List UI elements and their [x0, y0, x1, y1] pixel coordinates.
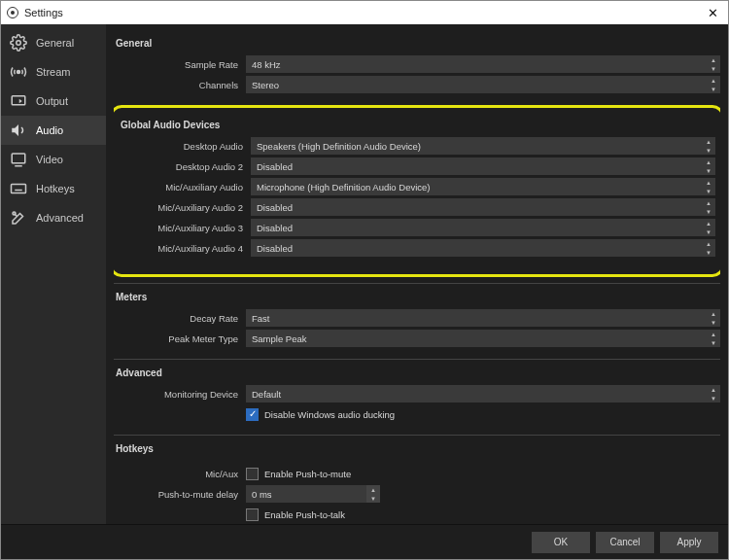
sidebar-item-audio[interactable]: Audio — [1, 116, 106, 145]
ducking-label: Disable Windows audio ducking — [264, 409, 395, 420]
chevron-up-icon: ▲ — [702, 239, 715, 248]
svg-point-1 — [17, 71, 20, 74]
decay-rate-select[interactable]: Fast▲▼ — [246, 309, 720, 327]
svg-point-0 — [17, 41, 21, 46]
chevron-up-icon: ▲ — [702, 137, 715, 146]
group-title: General — [114, 34, 720, 54]
chevron-down-icon: ▼ — [707, 338, 720, 347]
monitoring-device-label: Monitoring Device — [114, 389, 246, 400]
footer: OK Cancel Apply — [1, 524, 728, 559]
chevron-up-icon: ▲ — [707, 330, 720, 338]
micaux-ptm-label: Enable Push-to-mute — [264, 469, 351, 479]
micaux-ptm-delay-input[interactable]: 0 ms ▲▼ — [246, 485, 380, 503]
titlebar: Settings ✕ — [1, 1, 728, 24]
chevron-up-icon: ▲ — [702, 158, 715, 166]
svg-rect-2 — [12, 96, 25, 105]
channels-select[interactable]: Stereo ▲▼ — [246, 76, 720, 93]
mic-aux-audio-3-select[interactable]: Disabled▲▼ — [251, 219, 715, 236]
sidebar-item-general[interactable]: General — [1, 28, 106, 57]
audio-icon — [9, 122, 28, 139]
chevron-down-icon: ▼ — [702, 207, 715, 216]
chevron-up-icon: ▲ — [707, 55, 720, 64]
sidebar-item-label: General — [36, 37, 74, 49]
svg-rect-5 — [12, 185, 26, 193]
group-global-audio-devices: Global Audio Devices Desktop AudioSpeake… — [119, 112, 715, 264]
sidebar-item-video[interactable]: Video — [1, 145, 106, 174]
chevron-up-icon: ▲ — [707, 76, 720, 85]
micaux-ptt-checkbox[interactable] — [246, 508, 259, 521]
desktop-audio-label: Desktop Audio — [119, 141, 251, 152]
monitoring-device-select[interactable]: Default▲▼ — [246, 385, 720, 402]
micaux-ptm-delay-label: Push-to-mute delay — [114, 489, 246, 500]
highlighted-region: Global Audio Devices Desktop AudioSpeake… — [114, 105, 720, 277]
cancel-button[interactable]: Cancel — [596, 532, 654, 553]
group-advanced: Advanced Monitoring DeviceDefault▲▼ Disa… — [114, 359, 720, 431]
mic-aux-audio-select[interactable]: Microphone (High Definition Audio Device… — [251, 178, 715, 195]
chevron-down-icon: ▼ — [707, 64, 720, 73]
chevron-down-icon: ▼ — [707, 318, 720, 327]
apply-button[interactable]: Apply — [660, 532, 718, 553]
main-panel: General Sample Rate 48 kHz ▲▼ Channels S… — [106, 24, 728, 524]
chevron-down-icon: ▼ — [702, 187, 715, 195]
sidebar-item-label: Audio — [36, 124, 63, 136]
mic-aux-audio-label: Mic/Auxiliary Audio — [119, 182, 251, 192]
mic-aux-audio-3-label: Mic/Auxiliary Audio 3 — [119, 223, 251, 233]
chevron-down-icon: ▼ — [702, 248, 715, 257]
group-hotkeys: Hotkeys Mic/Aux Enable Push-to-mute Push… — [114, 435, 720, 524]
svg-rect-3 — [12, 154, 25, 163]
chevron-down-icon: ▼ — [702, 166, 715, 175]
chevron-up-icon: ▲ — [702, 198, 715, 207]
chevron-up-icon: ▲ — [702, 219, 715, 228]
micaux-ptm-checkbox[interactable] — [246, 468, 259, 480]
sidebar-item-label: Video — [36, 154, 63, 165]
sidebar-item-advanced[interactable]: Advanced — [1, 203, 106, 232]
ducking-checkbox[interactable] — [246, 408, 259, 421]
chevron-up-icon[interactable]: ▲ — [366, 485, 380, 494]
sample-rate-label: Sample Rate — [114, 59, 246, 70]
close-icon[interactable]: ✕ — [704, 6, 722, 20]
group-title: Meters — [114, 288, 720, 308]
sidebar-item-stream[interactable]: Stream — [1, 57, 106, 87]
mic-aux-audio-4-select[interactable]: Disabled▲▼ — [251, 239, 715, 257]
output-icon — [9, 92, 28, 110]
micaux-section-label: Mic/Aux — [114, 469, 246, 479]
chevron-down-icon: ▼ — [702, 146, 715, 155]
sample-rate-select[interactable]: 48 kHz ▲▼ — [246, 55, 720, 73]
group-title: Hotkeys — [114, 439, 720, 460]
desktop-audio-2-select[interactable]: Disabled▲▼ — [251, 158, 715, 175]
tools-icon — [9, 209, 28, 227]
keyboard-icon — [9, 180, 28, 197]
sidebar-item-label: Stream — [36, 66, 70, 78]
desktop-audio-select[interactable]: Speakers (High Definition Audio Device)▲… — [251, 137, 715, 155]
sidebar-item-output[interactable]: Output — [1, 87, 106, 116]
group-meters: Meters Decay RateFast▲▼ Peak Meter TypeS… — [114, 283, 720, 355]
desktop-audio-2-label: Desktop Audio 2 — [119, 161, 251, 172]
window-title: Settings — [24, 7, 63, 18]
channels-label: Channels — [114, 80, 246, 90]
ok-button[interactable]: OK — [532, 532, 590, 553]
chevron-down-icon: ▼ — [707, 394, 720, 402]
group-general: General Sample Rate 48 kHz ▲▼ Channels S… — [114, 30, 720, 101]
sidebar-item-label: Advanced — [36, 212, 84, 224]
broadcast-icon — [9, 63, 28, 81]
chevron-down-icon: ▼ — [707, 85, 720, 93]
sidebar-item-hotkeys[interactable]: Hotkeys — [1, 174, 106, 203]
mic-aux-audio-4-label: Mic/Auxiliary Audio 4 — [119, 243, 251, 254]
monitor-icon — [9, 151, 28, 168]
sidebar: General Stream Output Audio — [1, 24, 106, 524]
sidebar-item-label: Output — [36, 95, 68, 107]
gear-icon — [9, 34, 28, 52]
app-icon — [7, 7, 18, 18]
mic-aux-audio-2-label: Mic/Auxiliary Audio 2 — [119, 202, 251, 213]
micaux-ptt-label: Enable Push-to-talk — [264, 509, 345, 520]
chevron-up-icon: ▲ — [707, 385, 720, 394]
chevron-down-icon[interactable]: ▼ — [366, 494, 380, 503]
sidebar-item-label: Hotkeys — [36, 183, 75, 194]
decay-rate-label: Decay Rate — [114, 313, 246, 324]
mic-aux-audio-2-select[interactable]: Disabled▲▼ — [251, 198, 715, 216]
peak-meter-label: Peak Meter Type — [114, 333, 246, 344]
chevron-up-icon: ▲ — [702, 178, 715, 187]
group-title: Global Audio Devices — [119, 116, 715, 136]
peak-meter-select[interactable]: Sample Peak▲▼ — [246, 330, 720, 347]
chevron-down-icon: ▼ — [702, 228, 715, 236]
